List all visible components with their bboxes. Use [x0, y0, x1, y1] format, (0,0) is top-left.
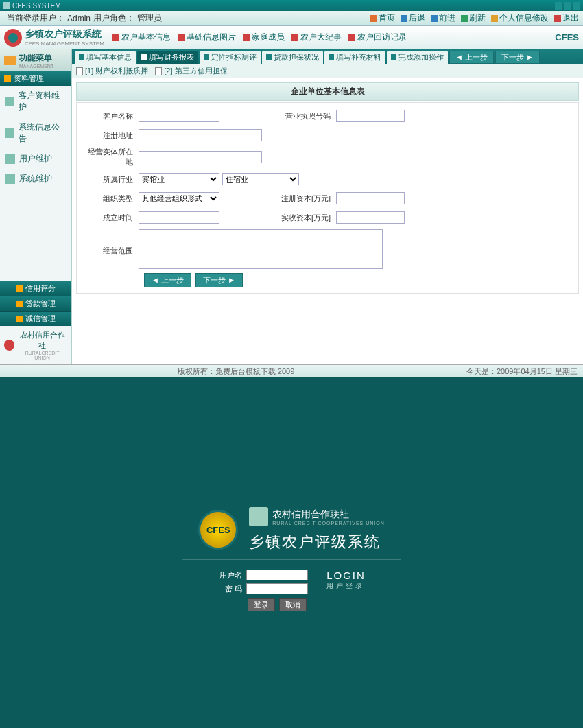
tab-loan-guarantee[interactable]: 贷款担保状况: [262, 51, 323, 64]
window-controls: [555, 2, 580, 10]
close-button[interactable]: [573, 2, 580, 10]
tab-basic-info[interactable]: 填写基本信息: [75, 51, 136, 64]
user-prefix: 当前登录用户：: [7, 12, 64, 24]
maximize-button[interactable]: [564, 2, 571, 10]
btn-icon: [16, 301, 23, 307]
coop-title: 农村信用合作联社: [272, 508, 385, 521]
input-bizaddr[interactable]: [139, 151, 262, 163]
forward-link[interactable]: 前进: [431, 12, 455, 24]
label-custname: 客户名称: [84, 111, 139, 121]
form-area: 企业单位基本信息表 客户名称 营业执照号码 注册地址 经营实体所在地: [72, 78, 583, 298]
label-regcapital: 注册资本[万元]: [267, 193, 336, 204]
app-icon: [3, 2, 10, 9]
partner-sub: RURALCREDIT UNION: [17, 351, 67, 360]
sidebar-title: 功能菜单: [19, 52, 53, 64]
nav-icon: [178, 34, 185, 41]
form-prev-button[interactable]: ◄ 上一步: [144, 273, 191, 287]
logout-link[interactable]: 退出: [554, 12, 579, 24]
nav-images[interactable]: 基础信息图片: [178, 32, 236, 43]
sidebar-loan-mgmt[interactable]: 贷款管理: [0, 296, 71, 311]
partner-name: 农村信用合作社: [17, 330, 67, 351]
input-custname[interactable]: [139, 110, 219, 122]
sidebar-item-customer[interactable]: 客户资料维护: [0, 86, 71, 117]
login-right: LOGIN 用户登录: [318, 570, 366, 611]
textarea-bizscope[interactable]: [139, 229, 383, 269]
nav-icon: [112, 34, 119, 41]
tab-icon: [329, 54, 334, 60]
nav-visits[interactable]: 农户回访记录: [348, 32, 407, 43]
login-section: CFES 农村信用合作联社 RURAL CREDIT COOPERATIVES …: [0, 377, 583, 728]
select-industry1[interactable]: 宾馆业: [139, 173, 219, 185]
login-user-input[interactable]: [246, 570, 308, 580]
input-estdate[interactable]: [139, 211, 219, 224]
label-bizaddr: 经营实体所在地: [84, 147, 139, 167]
content: 填写基本信息 填写财务报表 定性指标测评 贷款担保状况 填写补充材料 完成添加操…: [72, 49, 583, 364]
home-link[interactable]: 首页: [370, 12, 395, 24]
forward-icon: [431, 15, 438, 22]
nav-icon: [348, 34, 355, 41]
login-coop: 农村信用合作联社 RURAL CREDIT COOPERATIVES UNION: [249, 507, 385, 526]
logo: 乡镇农户评级系统 CFES MANAGEMENT SYSTEM: [4, 28, 104, 47]
nav-family[interactable]: 家庭成员: [243, 32, 285, 43]
app-window: CFES SYSTEM 当前登录用户： Admin 用户角色： 管理员 首页 后…: [0, 0, 583, 377]
input-paidcapital[interactable]: [336, 211, 405, 224]
home-icon: [370, 15, 377, 22]
main-row: 功能菜单 MANAGEMENT 资料管理 客户资料维护 系统信息公告 用户维护 …: [0, 49, 583, 365]
item-icon: [5, 174, 15, 184]
tab-icon: [204, 54, 209, 60]
tabs-next-button[interactable]: 下一步 ►: [495, 51, 540, 64]
login-logo-row: CFES 农村信用合作联社 RURAL CREDIT COOPERATIVES …: [198, 507, 385, 552]
page-icon: [155, 67, 162, 75]
login-cfes-logo: CFES: [198, 510, 238, 550]
login-cancel-button[interactable]: 取消: [279, 598, 307, 611]
login-big-text: LOGIN: [326, 570, 366, 581]
refresh-link[interactable]: 刷新: [461, 12, 486, 24]
label-orgtype: 组织类型: [84, 193, 139, 204]
subtab-thirdparty[interactable]: [2] 第三方信用担保: [155, 66, 227, 76]
tab-qualitative[interactable]: 定性指标测评: [200, 51, 261, 64]
nav-events[interactable]: 农户大纪事: [292, 32, 342, 43]
sidebar-item-users[interactable]: 用户维护: [0, 149, 71, 169]
input-regaddr[interactable]: [139, 129, 262, 141]
tab-financial[interactable]: 填写财务报表: [137, 51, 198, 64]
btn-icon: [16, 316, 23, 322]
input-regcapital[interactable]: [336, 192, 405, 204]
login-small-text: 用户登录: [326, 581, 366, 591]
form-next-button[interactable]: 下一步 ►: [195, 273, 243, 287]
login-pwd-field: 密 码: [217, 583, 308, 594]
tab-complete[interactable]: 完成添加操作: [387, 51, 448, 64]
sidebar: 功能菜单 MANAGEMENT 资料管理 客户资料维护 系统信息公告 用户维护 …: [0, 49, 72, 364]
select-orgtype[interactable]: 其他经营组织形式: [139, 192, 219, 204]
role-label: 用户角色：: [93, 12, 134, 24]
tab-supplement[interactable]: 填写补充材料: [324, 51, 385, 64]
sidebar-section[interactable]: 资料管理: [0, 71, 71, 86]
minimize-button[interactable]: [555, 2, 562, 10]
nav-basic-info[interactable]: 农户基本信息: [112, 32, 171, 43]
tabs-prev-button[interactable]: ◄ 上一步: [449, 51, 494, 64]
subtab-property[interactable]: [1] 财产权利抵质押: [76, 66, 148, 76]
sidebar-subtitle: MANAGEMENT: [19, 64, 53, 69]
toolbar: 当前登录用户： Admin 用户角色： 管理员 首页 后退 前进 刷新 个人信息…: [0, 11, 583, 26]
sidebar-integrity-mgmt[interactable]: 诚信管理: [0, 311, 71, 326]
input-bizlicense[interactable]: [336, 110, 405, 122]
sidebar-item-system[interactable]: 系统维护: [0, 169, 71, 189]
profile-link[interactable]: 个人信息修改: [491, 12, 549, 24]
header: 乡镇农户评级系统 CFES MANAGEMENT SYSTEM 农户基本信息 基…: [0, 26, 583, 49]
sidebar-credit-score[interactable]: 信用评分: [0, 281, 71, 296]
refresh-icon: [461, 15, 468, 22]
subtabs: [1] 财产权利抵质押 [2] 第三方信用担保: [72, 64, 583, 78]
profile-icon: [491, 15, 498, 22]
label-estdate: 成立时间: [84, 213, 139, 223]
back-link[interactable]: 后退: [401, 12, 425, 24]
label-bizlicense: 营业执照号码: [267, 111, 336, 121]
login-form: 用户名 密 码 登录 取消 LOGIN 用户登录: [217, 570, 366, 611]
logout-icon: [554, 15, 561, 22]
login-submit-button[interactable]: 登录: [248, 598, 275, 611]
toolbar-actions: 首页 后退 前进 刷新 个人信息修改 退出: [370, 12, 579, 24]
select-industry2[interactable]: 住宿业: [222, 173, 299, 185]
login-pwd-input[interactable]: [246, 583, 308, 594]
nav-icon: [243, 34, 250, 41]
sidebar-item-notice[interactable]: 系统信息公告: [0, 117, 71, 149]
tab-icon: [266, 54, 272, 60]
section-label: 资料管理: [14, 73, 44, 84]
